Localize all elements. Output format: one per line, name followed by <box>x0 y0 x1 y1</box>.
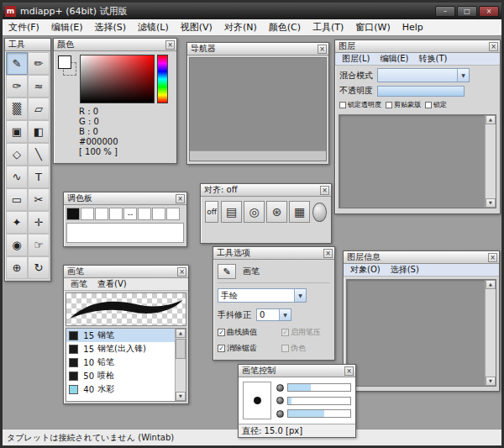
layer-info-close-button[interactable]: × <box>488 253 497 262</box>
layers-titlebar[interactable]: 图层 × <box>335 40 500 53</box>
snap-grid-icon[interactable]: ▦ <box>289 201 310 223</box>
brush-titlebar[interactable]: 画笔 × <box>64 266 188 278</box>
layer-lock-checkbox[interactable]: 剪贴蒙版 <box>386 100 421 109</box>
shape-tool[interactable]: ◇ <box>6 143 28 166</box>
layer-lock-checkbox[interactable]: 锁定 <box>425 100 447 109</box>
maximize-button[interactable]: □ <box>457 6 477 17</box>
scroll-up-icon[interactable]: ▲ <box>486 115 496 124</box>
close-button[interactable]: × <box>479 6 499 17</box>
menu-item[interactable]: 选择(S) <box>88 19 132 35</box>
opacity-slider[interactable] <box>377 86 465 97</box>
layers-list[interactable]: ▲ ▼ <box>339 114 496 208</box>
correction-select[interactable]: 0 ▼ <box>256 308 291 321</box>
layers-menu-item[interactable]: 编辑(E) <box>375 53 413 65</box>
menu-item[interactable]: 颜色(C) <box>263 19 307 35</box>
brush-menu-item[interactable]: 画笔 <box>66 278 92 290</box>
palette-cell[interactable] <box>138 208 151 220</box>
title-bar[interactable]: m mdiapp+ (64bit) 试用版 – □ × <box>3 3 501 19</box>
snap-titlebar[interactable]: 对齐: off × <box>201 184 331 197</box>
minimize-button[interactable]: – <box>435 6 455 17</box>
palette-titlebar[interactable]: 调色板 × <box>64 192 186 205</box>
layers-menu-item[interactable]: 转换(T) <box>414 53 453 65</box>
palette-cell[interactable] <box>152 208 165 220</box>
snap-radial-icon[interactable]: ⊛ <box>266 201 287 223</box>
brush-item[interactable]: 40 水彩 <box>66 382 175 396</box>
brush-item[interactable]: 15 钢笔(出入锋) <box>66 342 175 356</box>
scroll-up-icon[interactable]: ▲ <box>486 280 496 289</box>
line-tool[interactable]: ╲ <box>28 143 50 166</box>
scroll-down-icon[interactable]: ▼ <box>486 377 496 386</box>
palette-cell[interactable] <box>81 208 94 220</box>
tool-option-checkbox[interactable]: ✓ 消除锯齿 <box>218 343 281 354</box>
magic-wand-tool[interactable]: ✦ <box>6 211 28 234</box>
scroll-up-icon[interactable]: ▲ <box>176 329 186 338</box>
hand-tool[interactable]: ☞ <box>28 234 50 256</box>
brush-item[interactable]: 15 钢笔 <box>66 329 175 342</box>
brush-scrollbar[interactable]: ▲ ▼ <box>175 329 186 401</box>
layer-lock-checkbox[interactable]: 锁定透明度 <box>339 100 381 109</box>
layers-close-button[interactable]: × <box>489 42 498 51</box>
scrollbar-track[interactable] <box>486 124 496 198</box>
brush-close-button[interactable]: × <box>177 267 186 277</box>
brush-control-titlebar[interactable]: 画笔控制 × <box>239 365 355 377</box>
fill-tool[interactable]: ▣ <box>6 120 28 143</box>
snap-close-button[interactable]: × <box>320 186 329 195</box>
navigator-zoom-strip[interactable] <box>190 150 326 161</box>
tool-options-close-button[interactable]: × <box>323 249 333 258</box>
menu-item[interactable]: 窗口(W) <box>349 19 396 35</box>
scroll-down-icon[interactable]: ▼ <box>486 198 496 208</box>
watercolor-tool[interactable]: ≈ <box>28 75 50 98</box>
palette-cell[interactable] <box>166 208 180 220</box>
navigator-close-button[interactable]: × <box>318 45 327 54</box>
menu-item[interactable]: Help <box>396 19 429 35</box>
tools-panel-titlebar[interactable]: 工具 <box>5 39 50 51</box>
slider-track[interactable] <box>287 409 351 418</box>
color-panel-titlebar[interactable]: 颜色 × <box>54 39 176 51</box>
saturation-value-picker[interactable] <box>80 55 155 103</box>
select-rect-tool[interactable]: ▭ <box>6 188 28 211</box>
brush-item[interactable]: 50 喷枪 <box>66 369 175 382</box>
move-tool[interactable]: ✛ <box>28 211 50 234</box>
blend-mode-select[interactable]: ▼ <box>377 68 470 82</box>
slider-knob-icon[interactable] <box>276 410 284 418</box>
stroke-mode-select[interactable]: 手绘 ▼ <box>218 288 307 303</box>
navigator-titlebar[interactable]: 导航器 × <box>187 43 328 55</box>
slider-knob-icon[interactable] <box>276 397 284 404</box>
slider-knob-icon[interactable] <box>276 384 284 392</box>
layer-info-scrollbar[interactable]: ▲ ▼ <box>485 280 496 386</box>
layer-info-menu-item[interactable]: 选择(S) <box>386 264 424 276</box>
palette-cell[interactable]: -- <box>123 208 137 220</box>
scroll-down-icon[interactable]: ▼ <box>176 392 186 401</box>
brush-tool[interactable]: ✑ <box>6 75 28 98</box>
zoom-tool[interactable]: ⊕ <box>6 256 28 279</box>
color-panel-close-button[interactable]: × <box>165 40 175 50</box>
menu-item[interactable]: 视图(V) <box>175 19 218 35</box>
brush-menu-item[interactable]: 查看(V) <box>92 278 132 290</box>
layers-menu-item[interactable]: 图层(L) <box>337 53 375 65</box>
layer-info-list[interactable]: ▲ ▼ <box>346 279 496 387</box>
eyedropper-tool[interactable]: ◉ <box>6 234 28 256</box>
brush-param-slider[interactable] <box>276 408 351 419</box>
snap-dial[interactable] <box>312 203 327 222</box>
palette-cell[interactable] <box>95 208 108 220</box>
snap-parallel-icon[interactable]: ▤ <box>221 201 242 223</box>
menu-item[interactable]: 对齐(N) <box>218 19 263 35</box>
snap-concentric-icon[interactable]: ◎ <box>244 201 265 223</box>
tool-options-titlebar[interactable]: 工具选项 × <box>213 247 334 260</box>
airbrush-tool[interactable]: ▒ <box>6 98 28 120</box>
palette-cell[interactable] <box>109 208 123 220</box>
layer-info-menu-item[interactable]: 对象(O) <box>345 264 386 276</box>
menu-item[interactable]: 文件(F) <box>3 19 45 35</box>
tool-option-checkbox[interactable]: ✓ 启用笔压 <box>281 327 330 338</box>
menu-item[interactable]: 工具(T) <box>307 19 349 35</box>
pen-tool[interactable]: ✎ <box>6 52 28 75</box>
palette-cell[interactable] <box>66 208 80 220</box>
layers-scrollbar[interactable]: ▲ ▼ <box>485 115 496 208</box>
brush-param-slider[interactable] <box>276 396 351 406</box>
navigator-preview[interactable] <box>189 57 327 161</box>
brush-control-close-button[interactable]: × <box>344 366 354 376</box>
menu-item[interactable]: 编辑(E) <box>45 19 89 35</box>
palette-close-button[interactable]: × <box>176 194 185 203</box>
slider-track[interactable] <box>287 397 351 405</box>
fg-bg-swatches[interactable] <box>57 55 77 103</box>
